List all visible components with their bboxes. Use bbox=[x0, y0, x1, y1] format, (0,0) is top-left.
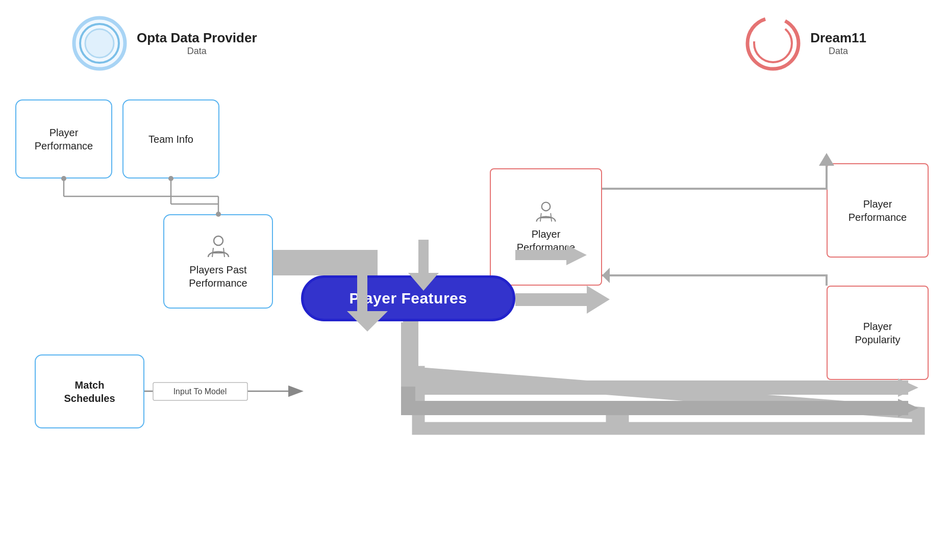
player-performance-red-right-label: PlayerPerformance bbox=[849, 197, 907, 224]
player-popularity-box: PlayerPopularity bbox=[827, 286, 929, 380]
players-past-performance-box: Players PastPerformance bbox=[163, 214, 273, 309]
dream11-title: Dream11 bbox=[810, 30, 866, 46]
opta-subtitle: Data bbox=[137, 46, 257, 57]
svg-point-9 bbox=[542, 202, 551, 211]
svg-point-2 bbox=[85, 29, 114, 58]
svg-marker-34 bbox=[403, 372, 918, 428]
svg-marker-31 bbox=[515, 293, 587, 306]
opta-logo: Opta Data Provider Data bbox=[71, 15, 257, 71]
person-icon-red bbox=[534, 200, 558, 224]
player-performance-red-center-label: PlayerPerformance bbox=[517, 227, 576, 254]
svg-point-5 bbox=[214, 236, 223, 245]
team-info-label: Team Info bbox=[148, 133, 193, 146]
svg-marker-32 bbox=[587, 286, 610, 314]
dream11-logo: Dream11 Data bbox=[745, 15, 866, 71]
player-features-label: Player Features bbox=[350, 290, 467, 307]
svg-rect-39 bbox=[153, 383, 247, 400]
player-performance-red-center-box: PlayerPerformance bbox=[490, 168, 602, 286]
input-to-model-label: Input To Model bbox=[173, 387, 227, 396]
dream11-circle-icon bbox=[745, 15, 801, 71]
diagram-container: Opta Data Provider Data Dream11 Data Pla… bbox=[0, 0, 948, 560]
match-schedules-label: MatchSchedules bbox=[64, 378, 115, 405]
match-schedules-box: MatchSchedules bbox=[35, 354, 144, 428]
player-popularity-label: PlayerPopularity bbox=[855, 320, 901, 346]
player-performance-blue-label: PlayerPerformance bbox=[35, 126, 93, 152]
svg-marker-37 bbox=[602, 268, 610, 283]
dream11-text: Dream11 Data bbox=[810, 30, 866, 57]
svg-marker-27 bbox=[418, 240, 429, 273]
opta-text: Opta Data Provider Data bbox=[137, 30, 257, 57]
player-performance-blue-box: PlayerPerformance bbox=[15, 99, 112, 179]
player-features-pill: Player Features bbox=[301, 275, 515, 321]
dream11-subtitle: Data bbox=[810, 46, 866, 57]
svg-marker-40 bbox=[898, 399, 918, 417]
players-past-performance-label: Players PastPerformance bbox=[189, 263, 247, 290]
team-info-box: Team Info bbox=[122, 99, 219, 179]
player-performance-red-right-box: PlayerPerformance bbox=[827, 163, 929, 258]
svg-marker-35 bbox=[898, 378, 918, 397]
svg-marker-33 bbox=[403, 321, 418, 372]
opta-title: Opta Data Provider bbox=[137, 30, 257, 46]
person-icon bbox=[205, 234, 232, 260]
svg-point-4 bbox=[754, 24, 792, 62]
opta-circle-icon bbox=[71, 15, 128, 71]
